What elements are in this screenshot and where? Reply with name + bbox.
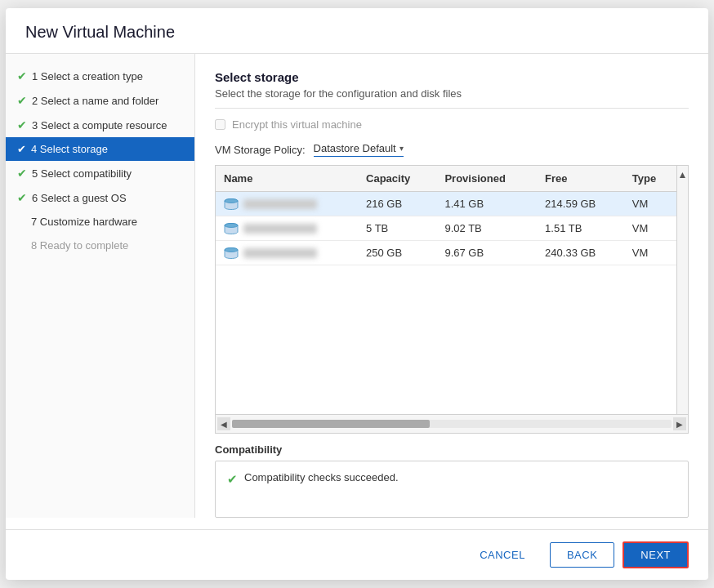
datastore-icon [224, 247, 239, 259]
check-icon-step3: ✔ [17, 118, 27, 131]
sidebar-label-step4: 4 Select storage [31, 143, 108, 155]
sidebar-item-step3[interactable]: ✔ 3 Select a compute resource [6, 113, 194, 137]
row3-free: 240.33 GB [537, 241, 624, 265]
policy-row: VM Storage Policy: Datastore Default ▾ [215, 142, 689, 157]
sidebar-item-step1[interactable]: ✔ 1 Select a creation type [6, 64, 194, 88]
row2-provisioned: 9.02 TB [436, 216, 537, 241]
compat-check-icon: ✔ [227, 472, 238, 487]
compatibility-label: Compatibility [215, 443, 689, 456]
row2-capacity: 5 TB [358, 216, 436, 241]
new-vm-dialog: New Virtual Machine ✔ 1 Select a creatio… [6, 8, 708, 580]
dialog-footer: CANCEL BACK NEXT [6, 529, 708, 580]
row1-name [216, 192, 358, 216]
sidebar-label-step6: 6 Select a guest OS [32, 192, 127, 204]
row2-name [216, 216, 358, 241]
sidebar-item-step6[interactable]: ✔ 6 Select a guest OS [6, 185, 194, 210]
col-free[interactable]: Free [537, 166, 624, 192]
col-name[interactable]: Name [216, 166, 358, 192]
row1-capacity: 216 GB [358, 192, 436, 216]
encrypt-row: Encrypt this virtual machine [215, 118, 689, 131]
main-content: Select storage Select the storage for th… [195, 54, 708, 518]
scroll-left-button[interactable]: ◀ [217, 417, 230, 430]
row1-free: 214.59 GB [537, 192, 624, 216]
cancel-button[interactable]: CANCEL [463, 543, 542, 567]
encrypt-checkbox[interactable] [215, 119, 225, 130]
sidebar-item-step7[interactable]: ✔ 7 Customize hardware [6, 210, 194, 234]
encrypt-label: Encrypt this virtual machine [232, 118, 362, 131]
sidebar-item-step2[interactable]: ✔ 2 Select a name and folder [6, 88, 194, 113]
svg-point-5 [225, 247, 238, 252]
sidebar-label-step8: 8 Ready to complete [31, 239, 128, 252]
row1-name-text [243, 199, 317, 209]
check-icon-step5: ✔ [17, 167, 27, 180]
dialog-title: New Virtual Machine [6, 8, 708, 54]
scroll-right-button[interactable]: ▶ [673, 417, 686, 430]
row3-name-text [243, 248, 317, 258]
sidebar-label-step1: 1 Select a creation type [32, 70, 143, 82]
row3-type: VM [624, 241, 676, 265]
check-icon-step2: ✔ [17, 94, 27, 107]
col-type[interactable]: Type [624, 166, 676, 192]
row3-capacity: 250 GB [358, 241, 436, 265]
col-capacity[interactable]: Capacity [358, 166, 436, 192]
dialog-body: ✔ 1 Select a creation type ✔ 2 Select a … [6, 54, 708, 518]
table-row[interactable]: 250 GB 9.67 GB 240.33 GB VM [216, 241, 676, 265]
svg-point-1 [225, 198, 238, 203]
back-button[interactable]: BACK [550, 542, 614, 568]
policy-label: VM Storage Policy: [215, 144, 306, 156]
sidebar: ✔ 1 Select a creation type ✔ 2 Select a … [6, 54, 195, 518]
row1-provisioned: 1.41 GB [436, 192, 537, 216]
section-title: Select storage [215, 70, 689, 84]
row2-free: 1.51 TB [537, 216, 624, 241]
table-header-row: Name Capacity Provisioned Free Type [216, 166, 676, 192]
storage-table: Name Capacity Provisioned Free Type [216, 166, 676, 265]
sidebar-label-step2: 2 Select a name and folder [32, 95, 158, 107]
storage-table-container: Name Capacity Provisioned Free Type [215, 165, 689, 434]
table-row[interactable]: 216 GB 1.41 GB 214.59 GB VM [216, 192, 676, 216]
col-provisioned[interactable]: Provisioned [436, 166, 537, 192]
row2-type: VM [624, 216, 676, 241]
scrollbar-track[interactable] [232, 420, 672, 428]
table-inner: Name Capacity Provisioned Free Type [216, 166, 676, 414]
policy-caret-icon: ▾ [399, 144, 404, 153]
sidebar-item-step4[interactable]: ✔ 4 Select storage [6, 137, 194, 161]
row2-name-text [243, 224, 317, 234]
policy-select[interactable]: Datastore Default ▾ [314, 142, 404, 157]
row3-provisioned: 9.67 GB [436, 241, 537, 265]
table-vertical-scrollbar[interactable]: ▲ [676, 166, 688, 414]
table-row[interactable]: 5 TB 9.02 TB 1.51 TB VM [216, 216, 676, 241]
section-subtitle: Select the storage for the configuration… [215, 87, 689, 109]
policy-value: Datastore Default [314, 142, 396, 154]
row3-name [216, 241, 358, 265]
check-icon-step1: ✔ [17, 69, 27, 82]
compatibility-message: Compatibility checks succeeded. [244, 471, 399, 483]
sidebar-label-step3: 3 Select a compute resource [32, 119, 167, 131]
datastore-icon [224, 223, 239, 234]
scrollbar-thumb [232, 420, 430, 428]
table-wrapper: Name Capacity Provisioned Free Type [216, 166, 688, 414]
sidebar-label-step7: 7 Customize hardware [31, 216, 137, 228]
scroll-up-icon[interactable]: ▲ [676, 167, 688, 182]
horizontal-scrollbar[interactable]: ◀ ▶ [216, 414, 688, 433]
check-icon-step4: ✔ [17, 143, 26, 155]
sidebar-label-step5: 5 Select compatibility [32, 167, 132, 180]
sidebar-item-step8: ✔ 8 Ready to complete [6, 234, 194, 257]
next-button[interactable]: NEXT [623, 541, 689, 568]
compatibility-box: ✔ Compatibility checks succeeded. [215, 461, 689, 518]
check-icon-step6: ✔ [17, 191, 27, 204]
row1-type: VM [624, 192, 676, 216]
sidebar-item-step5[interactable]: ✔ 5 Select compatibility [6, 161, 194, 185]
svg-point-3 [225, 223, 238, 227]
compatibility-section: Compatibility ✔ Compatibility checks suc… [215, 443, 689, 518]
datastore-icon [224, 198, 239, 210]
